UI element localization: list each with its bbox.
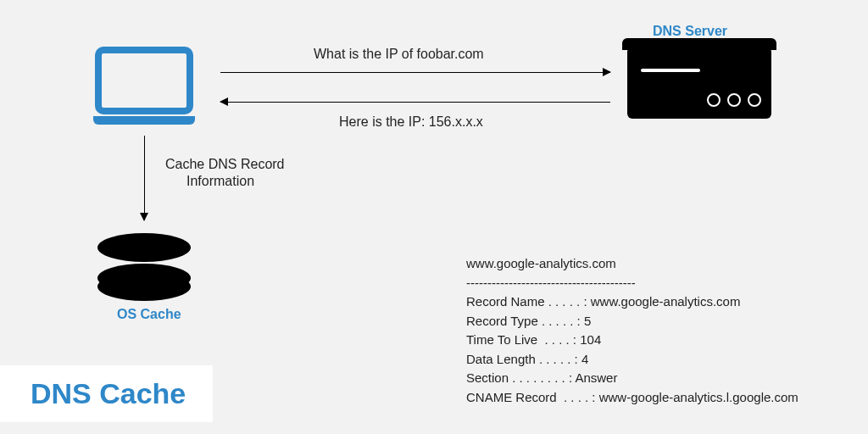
record-host: www.google-analytics.com xyxy=(466,256,616,270)
cache-icon xyxy=(97,233,191,301)
response-text: Here is the IP: 156.x.x.x xyxy=(339,114,483,130)
record-line: Data Length . . . . . : 4 xyxy=(466,352,588,366)
title-box: DNS Cache xyxy=(0,365,213,422)
dns-server-label: DNS Server xyxy=(653,24,727,39)
arrow-response xyxy=(220,102,610,103)
record-line: Record Name . . . . . : www.google-analy… xyxy=(466,294,740,309)
os-cache-label: OS Cache xyxy=(117,307,181,322)
server-icon xyxy=(627,47,771,119)
arrow-cache xyxy=(144,136,145,220)
arrow-query xyxy=(220,72,610,73)
record-separator: ---------------------------------------- xyxy=(466,275,636,290)
record-line: CNAME Record . . . . : www-google-analyt… xyxy=(466,390,798,404)
query-text: What is the IP of foobar.com xyxy=(314,47,484,62)
laptop-icon xyxy=(93,47,195,123)
page-title: DNS Cache xyxy=(31,377,186,409)
record-line: Section . . . . . . . . : Answer xyxy=(466,370,617,385)
diagram-canvas: DNS Server What is the IP of foobar.com … xyxy=(0,0,868,434)
dns-record-block: www.google-analytics.com ---------------… xyxy=(466,254,798,407)
record-line: Time To Live . . . . : 104 xyxy=(466,332,601,347)
cache-action-line2: Information xyxy=(186,174,254,189)
cache-action-line1: Cache DNS Record xyxy=(165,157,285,172)
record-line: Record Type . . . . . : 5 xyxy=(466,314,591,328)
